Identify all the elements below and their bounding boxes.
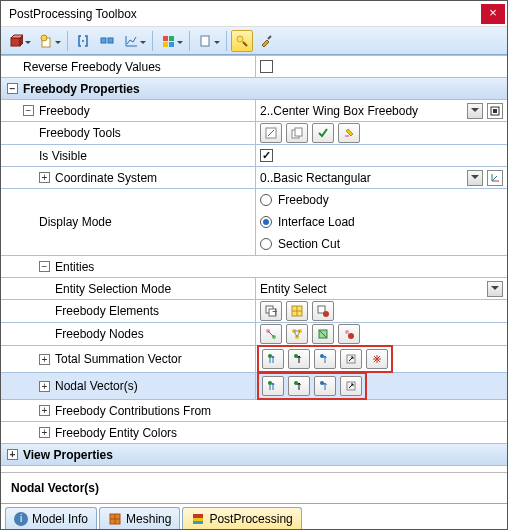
collapse-freebody[interactable]: − (23, 105, 34, 116)
csys-axes-button[interactable] (487, 170, 503, 186)
freebody-pick-button[interactable] (487, 103, 503, 119)
tsv-icon-2[interactable] (288, 349, 310, 369)
nvec-highlight-box (257, 372, 367, 400)
fbelem-remove-icon[interactable] (312, 301, 334, 321)
collapse-entities[interactable]: − (39, 261, 50, 272)
tsv-icon-4[interactable] (340, 349, 362, 369)
svg-point-4 (41, 35, 47, 41)
dmode-section[interactable]: Section Cut (260, 234, 340, 254)
tab-model-info[interactable]: iModel Info (5, 507, 97, 529)
tool-brush[interactable] (255, 30, 277, 52)
svg-text:+: + (272, 305, 277, 317)
info-icon: i (14, 512, 28, 526)
svg-point-47 (268, 381, 272, 385)
tsv-icon-5[interactable] (366, 349, 388, 369)
tsv-icon-1[interactable] (262, 349, 284, 369)
tab-postprocessing[interactable]: PostProcessing (182, 507, 301, 529)
svg-point-43 (268, 354, 272, 358)
selmode-label: Entity Selection Mode (1, 278, 255, 299)
visible-label: Is Visible (1, 145, 255, 166)
svg-rect-20 (295, 128, 302, 136)
reverse-label: Reverse Freebody Values (1, 56, 255, 77)
expand-fbcolors[interactable]: + (39, 427, 50, 438)
svg-rect-10 (163, 42, 168, 47)
svg-rect-11 (169, 42, 174, 47)
close-button[interactable]: × (481, 4, 505, 24)
fbtools-check-icon[interactable] (312, 123, 334, 143)
expand-fbcontrib[interactable]: + (39, 405, 50, 416)
svg-rect-7 (108, 38, 113, 43)
reverse-checkbox[interactable] (260, 60, 273, 73)
svg-rect-55 (193, 514, 203, 518)
window-title: PostProcessing Toolbox (9, 7, 137, 21)
svg-point-5 (82, 40, 84, 42)
freebody-dd-button[interactable] (467, 103, 483, 119)
bottom-tabs: iModel Info Meshing PostProcessing (1, 503, 507, 529)
fbtools-copy-icon[interactable] (286, 123, 308, 143)
freebody-label: Freebody (39, 104, 90, 118)
fbtools-delete-icon[interactable] (338, 123, 360, 143)
tool-highlight-wand[interactable] (231, 30, 253, 52)
csys-combo[interactable] (260, 169, 463, 187)
entities-label: Entities (55, 260, 94, 274)
tool-bracket[interactable] (72, 30, 94, 52)
csys-label: Coordinate System (55, 171, 157, 185)
svg-line-15 (268, 36, 271, 39)
nvec-icon-1[interactable] (262, 376, 284, 396)
tool-boxes[interactable] (96, 30, 118, 52)
svg-rect-17 (493, 109, 497, 113)
fbelem-grid-icon[interactable] (286, 301, 308, 321)
selmode-combo[interactable] (260, 280, 483, 298)
expand-tsv[interactable]: + (39, 354, 50, 365)
svg-rect-56 (193, 518, 203, 521)
svg-rect-6 (101, 38, 106, 43)
property-grid: Reverse Freebody Values −Freebody Proper… (1, 55, 507, 466)
nvec-icon-4[interactable] (340, 376, 362, 396)
visible-checkbox[interactable] (260, 149, 273, 162)
detail-label: Nodal Vector(s) (1, 472, 507, 503)
expand-nvec[interactable]: + (39, 381, 50, 392)
nvec-icon-2[interactable] (288, 376, 310, 396)
fbnode-icon-4[interactable] (338, 324, 360, 344)
svg-point-42 (348, 333, 354, 339)
csys-dd-button[interactable] (467, 170, 483, 186)
nvec-icon-3[interactable] (314, 376, 336, 396)
tool-grid-dd[interactable] (157, 30, 185, 52)
fbnode-icon-2[interactable] (286, 324, 308, 344)
freebody-combo[interactable] (260, 102, 463, 120)
tool-new-dd[interactable] (35, 30, 63, 52)
svg-rect-8 (163, 36, 168, 41)
fbelem-add-icon[interactable]: + (260, 301, 282, 321)
tool-cube-dd[interactable] (5, 30, 33, 52)
fbtools-edit-icon[interactable] (260, 123, 282, 143)
tool-page-dd[interactable] (194, 30, 222, 52)
tsv-icon-3[interactable] (314, 349, 336, 369)
tsv-label: Total Summation Vector (55, 352, 182, 366)
viewprops-label: View Properties (23, 448, 113, 462)
svg-rect-0 (11, 38, 20, 46)
nvec-label: Nodal Vector(s) (55, 379, 138, 393)
svg-point-41 (345, 330, 349, 334)
tsv-highlight-box (257, 345, 393, 373)
collapse-fbprops[interactable]: − (7, 83, 18, 94)
expand-viewprops[interactable]: + (7, 449, 18, 460)
fbnode-icon-1[interactable] (260, 324, 282, 344)
tab-meshing[interactable]: Meshing (99, 507, 180, 529)
fbnode-label: Freebody Nodes (1, 323, 255, 345)
fbtools-label: Freebody Tools (1, 122, 255, 144)
expand-csys[interactable]: + (39, 172, 50, 183)
fbelem-label: Freebody Elements (1, 300, 255, 322)
mesh-icon (108, 512, 122, 526)
fbnode-icon-3[interactable] (312, 324, 334, 344)
dmode-freebody[interactable]: Freebody (260, 190, 329, 210)
svg-rect-21 (345, 135, 349, 137)
dmode-interface[interactable]: Interface Load (260, 212, 355, 232)
tool-chart-dd[interactable] (120, 30, 148, 52)
svg-point-13 (237, 36, 243, 42)
dmode-label: Display Mode (1, 189, 255, 255)
pp-icon (191, 512, 205, 526)
svg-rect-12 (201, 36, 209, 46)
svg-line-24 (492, 176, 497, 181)
fbcontrib-label: Freebody Contributions From (55, 404, 211, 418)
selmode-dd-button[interactable] (487, 281, 503, 297)
